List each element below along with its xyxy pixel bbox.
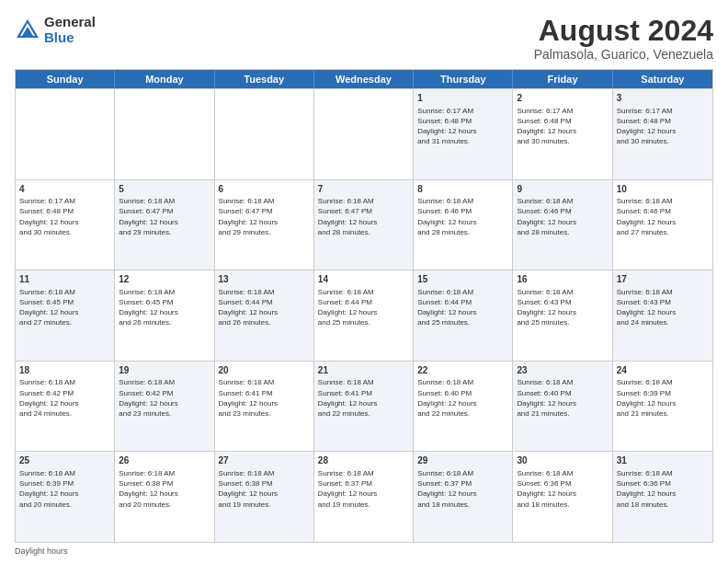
- cell-content: Sunrise: 6:18 AM Sunset: 6:43 PM Dayligh…: [517, 287, 608, 328]
- calendar-cell: 26Sunrise: 6:18 AM Sunset: 6:38 PM Dayli…: [115, 452, 214, 542]
- cell-content: Sunrise: 6:18 AM Sunset: 6:39 PM Dayligh…: [617, 377, 709, 419]
- cell-content: Sunrise: 6:18 AM Sunset: 6:40 PM Dayligh…: [517, 377, 608, 419]
- calendar-cell: 16Sunrise: 6:18 AM Sunset: 6:43 PM Dayli…: [513, 270, 612, 361]
- calendar-cell: [314, 89, 414, 179]
- cell-content: Sunrise: 6:18 AM Sunset: 6:46 PM Dayligh…: [617, 196, 709, 237]
- day-number: 5: [119, 183, 210, 196]
- calendar-cell: 30Sunrise: 6:18 AM Sunset: 6:36 PM Dayli…: [513, 452, 612, 542]
- weekday-header: Sunday: [16, 70, 115, 88]
- day-number: 20: [219, 364, 310, 377]
- cell-content: Sunrise: 6:18 AM Sunset: 6:47 PM Dayligh…: [219, 196, 310, 237]
- day-number: 27: [219, 454, 310, 467]
- cell-content: Sunrise: 6:17 AM Sunset: 6:48 PM Dayligh…: [417, 106, 508, 147]
- calendar-cell: [16, 89, 115, 179]
- calendar: SundayMondayTuesdayWednesdayThursdayFrid…: [15, 69, 713, 543]
- day-number: 29: [417, 454, 508, 467]
- calendar-cell: 4Sunrise: 6:17 AM Sunset: 6:48 PM Daylig…: [16, 180, 115, 270]
- calendar-cell: 10Sunrise: 6:18 AM Sunset: 6:46 PM Dayli…: [613, 180, 712, 270]
- day-number: 2: [517, 92, 608, 105]
- cell-content: Sunrise: 6:18 AM Sunset: 6:37 PM Dayligh…: [417, 468, 508, 510]
- calendar-cell: 15Sunrise: 6:18 AM Sunset: 6:44 PM Dayli…: [414, 270, 513, 361]
- calendar-cell: 22Sunrise: 6:18 AM Sunset: 6:40 PM Dayli…: [414, 362, 513, 452]
- cell-content: Sunrise: 6:18 AM Sunset: 6:37 PM Dayligh…: [318, 468, 409, 510]
- calendar-row: 18Sunrise: 6:18 AM Sunset: 6:42 PM Dayli…: [16, 361, 712, 452]
- calendar-cell: 14Sunrise: 6:18 AM Sunset: 6:44 PM Dayli…: [314, 270, 414, 361]
- cell-content: Sunrise: 6:18 AM Sunset: 6:36 PM Dayligh…: [517, 468, 608, 510]
- day-number: 13: [219, 273, 310, 286]
- calendar-row: 11Sunrise: 6:18 AM Sunset: 6:45 PM Dayli…: [16, 270, 712, 361]
- calendar-cell: 11Sunrise: 6:18 AM Sunset: 6:45 PM Dayli…: [16, 270, 115, 361]
- calendar-cell: 29Sunrise: 6:18 AM Sunset: 6:37 PM Dayli…: [414, 452, 513, 542]
- day-number: 15: [417, 273, 508, 286]
- day-number: 1: [417, 92, 508, 105]
- calendar-cell: 13Sunrise: 6:18 AM Sunset: 6:44 PM Dayli…: [215, 270, 314, 361]
- day-number: 6: [219, 183, 310, 196]
- cell-content: Sunrise: 6:17 AM Sunset: 6:48 PM Dayligh…: [517, 106, 608, 147]
- subtitle: Palmasola, Guarico, Venezuela: [534, 47, 713, 62]
- day-number: 31: [617, 454, 709, 467]
- day-number: 10: [617, 183, 709, 196]
- page: General Blue August 2024 Palmasola, Guar…: [0, 0, 728, 563]
- cell-content: Sunrise: 6:17 AM Sunset: 6:48 PM Dayligh…: [617, 106, 709, 147]
- day-number: 16: [517, 273, 608, 286]
- title-block: August 2024 Palmasola, Guarico, Venezuel…: [534, 15, 713, 62]
- calendar-cell: 2Sunrise: 6:17 AM Sunset: 6:48 PM Daylig…: [513, 89, 612, 179]
- cell-content: Sunrise: 6:18 AM Sunset: 6:38 PM Dayligh…: [219, 468, 310, 510]
- calendar-cell: 3Sunrise: 6:17 AM Sunset: 6:48 PM Daylig…: [613, 89, 712, 179]
- calendar-cell: 12Sunrise: 6:18 AM Sunset: 6:45 PM Dayli…: [115, 270, 214, 361]
- calendar-row: 1Sunrise: 6:17 AM Sunset: 6:48 PM Daylig…: [16, 88, 712, 179]
- cell-content: Sunrise: 6:18 AM Sunset: 6:36 PM Dayligh…: [617, 468, 709, 510]
- weekday-header: Saturday: [613, 70, 712, 88]
- day-number: 12: [119, 273, 210, 286]
- day-number: 7: [318, 183, 409, 196]
- calendar-cell: 23Sunrise: 6:18 AM Sunset: 6:40 PM Dayli…: [513, 362, 612, 452]
- calendar-cell: 7Sunrise: 6:18 AM Sunset: 6:47 PM Daylig…: [314, 180, 414, 270]
- calendar-cell: 24Sunrise: 6:18 AM Sunset: 6:39 PM Dayli…: [613, 362, 712, 452]
- cell-content: Sunrise: 6:18 AM Sunset: 6:41 PM Dayligh…: [318, 377, 409, 419]
- calendar-cell: 28Sunrise: 6:18 AM Sunset: 6:37 PM Dayli…: [314, 452, 414, 542]
- day-number: 8: [417, 183, 508, 196]
- cell-content: Sunrise: 6:18 AM Sunset: 6:42 PM Dayligh…: [119, 377, 210, 419]
- weekday-header: Thursday: [414, 70, 513, 88]
- cell-content: Sunrise: 6:18 AM Sunset: 6:44 PM Dayligh…: [318, 287, 409, 328]
- footer-text: Daylight hours: [15, 546, 68, 556]
- weekday-header: Tuesday: [215, 70, 314, 88]
- day-number: 19: [119, 364, 210, 377]
- calendar-cell: 31Sunrise: 6:18 AM Sunset: 6:36 PM Dayli…: [613, 452, 712, 542]
- calendar-cell: [215, 89, 314, 179]
- cell-content: Sunrise: 6:18 AM Sunset: 6:44 PM Dayligh…: [417, 287, 508, 328]
- calendar-cell: 5Sunrise: 6:18 AM Sunset: 6:47 PM Daylig…: [115, 180, 214, 270]
- cell-content: Sunrise: 6:18 AM Sunset: 6:45 PM Dayligh…: [119, 287, 210, 328]
- calendar-cell: 21Sunrise: 6:18 AM Sunset: 6:41 PM Dayli…: [314, 362, 414, 452]
- cell-content: Sunrise: 6:18 AM Sunset: 6:40 PM Dayligh…: [417, 377, 508, 419]
- cell-content: Sunrise: 6:18 AM Sunset: 6:45 PM Dayligh…: [19, 287, 110, 328]
- day-number: 23: [517, 364, 608, 377]
- logo-text: General Blue: [44, 15, 96, 45]
- calendar-row: 4Sunrise: 6:17 AM Sunset: 6:48 PM Daylig…: [16, 179, 712, 270]
- calendar-cell: 1Sunrise: 6:17 AM Sunset: 6:48 PM Daylig…: [414, 89, 513, 179]
- calendar-cell: 20Sunrise: 6:18 AM Sunset: 6:41 PM Dayli…: [215, 362, 314, 452]
- day-number: 9: [517, 183, 608, 196]
- logo: General Blue: [15, 15, 96, 45]
- cell-content: Sunrise: 6:18 AM Sunset: 6:46 PM Dayligh…: [517, 196, 608, 237]
- calendar-cell: 18Sunrise: 6:18 AM Sunset: 6:42 PM Dayli…: [16, 362, 115, 452]
- logo-icon: [15, 17, 40, 43]
- calendar-body: 1Sunrise: 6:17 AM Sunset: 6:48 PM Daylig…: [16, 88, 712, 542]
- weekday-header: Friday: [513, 70, 612, 88]
- cell-content: Sunrise: 6:18 AM Sunset: 6:47 PM Dayligh…: [318, 196, 409, 237]
- calendar-header: SundayMondayTuesdayWednesdayThursdayFrid…: [16, 70, 712, 88]
- calendar-cell: 17Sunrise: 6:18 AM Sunset: 6:43 PM Dayli…: [613, 270, 712, 361]
- calendar-cell: 25Sunrise: 6:18 AM Sunset: 6:39 PM Dayli…: [16, 452, 115, 542]
- weekday-header: Wednesday: [314, 70, 414, 88]
- footer: Daylight hours: [15, 546, 713, 556]
- header: General Blue August 2024 Palmasola, Guar…: [15, 15, 713, 62]
- month-title: August 2024: [534, 15, 713, 47]
- day-number: 17: [617, 273, 709, 286]
- calendar-cell: 8Sunrise: 6:18 AM Sunset: 6:46 PM Daylig…: [414, 180, 513, 270]
- cell-content: Sunrise: 6:18 AM Sunset: 6:47 PM Dayligh…: [119, 196, 210, 237]
- calendar-cell: 27Sunrise: 6:18 AM Sunset: 6:38 PM Dayli…: [215, 452, 314, 542]
- day-number: 22: [417, 364, 508, 377]
- day-number: 30: [517, 454, 608, 467]
- cell-content: Sunrise: 6:18 AM Sunset: 6:43 PM Dayligh…: [617, 287, 709, 328]
- calendar-row: 25Sunrise: 6:18 AM Sunset: 6:39 PM Dayli…: [16, 451, 712, 542]
